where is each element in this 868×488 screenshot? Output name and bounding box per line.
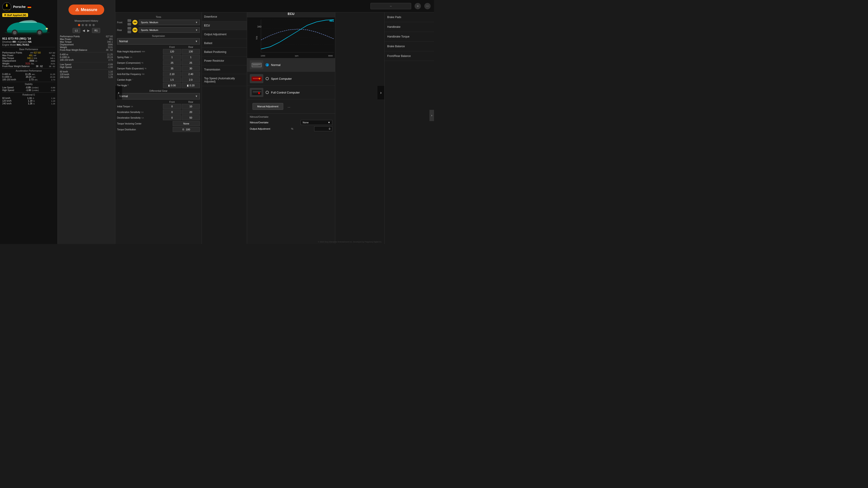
torque-dist-value[interactable]: 0 : 100	[173, 127, 200, 132]
right-settings-menu: Downforce ECU Output Adjustment Ballast …	[202, 0, 247, 244]
diff-accel-rear[interactable]: 20	[182, 109, 200, 115]
left-panel: PORSCHE Porsche ⚖ BoP Applied (M) 911	[0, 0, 58, 244]
history-dot-4[interactable]	[89, 24, 91, 26]
arb-rear-value[interactable]: 2.40	[182, 72, 200, 76]
history-dot-1[interactable]	[78, 24, 80, 26]
rear-tire-select[interactable]: Sports: Medium ▼	[139, 27, 200, 33]
spring-rear-value[interactable]: 1	[182, 55, 200, 60]
settings-content: Tires Front SM Sports: Medium ▼ Rear SM …	[115, 12, 202, 244]
manual-adj-row: Manual Adjustment ...	[247, 99, 335, 113]
ecu-sport-icon	[250, 74, 264, 83]
settings-ballast[interactable]: Ballast	[202, 39, 247, 48]
nitrous-type-select[interactable]: None ▼	[301, 120, 332, 125]
differential-grid: Front Rear Initial Torque Lv. 0 10 Accel…	[117, 101, 200, 120]
history-dot-3[interactable]	[85, 24, 88, 26]
camber-front-value[interactable]: 1.5	[163, 77, 181, 82]
right-nav-arrow[interactable]: ›	[377, 86, 384, 99]
ecu-option-full[interactable]: Full Control Computer	[247, 86, 335, 99]
toe-rear-value[interactable]: ▮| 0.20	[182, 83, 200, 88]
measure-button[interactable]: ⚠ Measure	[68, 4, 104, 15]
compression-rear-value[interactable]: 25	[182, 60, 200, 65]
height-rear-value[interactable]: 130	[182, 49, 200, 54]
torque-dist-row: Torque Distribution 0 : 100	[117, 127, 200, 132]
settings-ballast-pos[interactable]: Ballast Positioning	[202, 48, 247, 57]
rotational-title: Rotational G	[2, 94, 55, 96]
ecu-full-icon	[250, 88, 264, 97]
compression-front-value[interactable]: 25	[163, 60, 181, 65]
svg-rect-23	[253, 79, 258, 79]
diff-init-rear[interactable]: 10	[182, 104, 200, 109]
accel-perf-title: Acceleration Performance	[2, 70, 55, 72]
expansion-front-value[interactable]: 35	[163, 66, 181, 71]
left-nav-arrow[interactable]: ‹	[115, 86, 122, 99]
diff-accel-front[interactable]: 0	[163, 109, 181, 115]
front-tire-select[interactable]: Sports: Medium ▼	[139, 20, 200, 25]
spring-front-value[interactable]: 1	[163, 55, 181, 60]
arb-front-value[interactable]: 2.10	[163, 72, 181, 76]
front-tire-row: Front SM Sports: Medium ▼	[117, 19, 200, 26]
far-right-handbrake[interactable]: Handbrake	[384, 22, 434, 32]
top-bar-input[interactable]	[370, 3, 411, 9]
svg-rect-2	[6, 5, 7, 7]
history-dot-5[interactable]	[92, 24, 95, 26]
far-right-brake-balance[interactable]: Brake Balance	[384, 41, 434, 51]
diff-decel-rear[interactable]: 50	[182, 115, 200, 120]
settings-ecu[interactable]: ECU	[202, 21, 247, 30]
suspension-type-select[interactable]: Normal ▼	[117, 38, 200, 44]
torque-center-value[interactable]: None	[173, 121, 200, 126]
manual-adj-button[interactable]: Manual Adjustment	[252, 103, 283, 110]
edit-settings-panel: ⋯ ≡ Edit Settings Sheet ECU ft-lb 491 34…	[247, 0, 335, 244]
history-dots-container	[58, 24, 115, 26]
differential-type-select[interactable]: Normal ▼	[117, 93, 200, 99]
settings-power-restrictor[interactable]: Power Restrictor	[202, 57, 247, 65]
toe-front-value[interactable]: ▮| 0.00	[163, 83, 181, 88]
car-silhouette-icon	[2, 18, 52, 36]
settings-top-speed[interactable]: Top Speed (Automatically Adjusted)	[202, 74, 247, 86]
rear-tire-badge: SM	[132, 28, 137, 33]
bop-badge: ⚖ BoP Applied (M)	[2, 13, 28, 17]
r1-button[interactable]: R1	[92, 28, 100, 33]
chart-340-value: 340	[257, 25, 261, 28]
ecu-option-normal[interactable]: Normal	[247, 58, 335, 72]
expansion-rear-value[interactable]: 30	[182, 66, 200, 71]
right-scroll-arrow[interactable]: ›	[430, 110, 434, 121]
ecu-sport-label: Sport Computer	[271, 77, 292, 80]
top-bar-menu-button[interactable]: ≡	[414, 3, 421, 9]
radio-sport[interactable]	[266, 77, 269, 80]
balance-row: Front-Rear Weight Balance 38 : 62 38 : 6…	[2, 65, 55, 68]
prev-arrow-button[interactable]: ◀	[83, 29, 85, 32]
height-front-value[interactable]: 120	[163, 49, 181, 54]
camber-rear-value[interactable]: 2.0	[182, 77, 200, 82]
settings-downforce[interactable]: Downforce	[202, 12, 247, 21]
front-tire-badge: SM	[132, 20, 137, 25]
nitrous-section-title: Nitrous/Overtake	[250, 116, 332, 118]
radio-full[interactable]	[266, 91, 269, 94]
top-bar-options-button[interactable]: ⋯	[424, 3, 431, 9]
diff-init-front[interactable]: 0	[163, 104, 181, 109]
warning-icon: ⚠	[75, 7, 79, 12]
toe-label: Toe Angle °	[117, 83, 162, 88]
car-image	[2, 18, 52, 36]
ecu-option-sport[interactable]: Sport Computer	[247, 72, 335, 86]
measure-panel: ⚠ Measure Measurement History L1 ◀ ▶ R1 …	[58, 0, 115, 244]
porsche-logo-icon: PORSCHE	[2, 2, 11, 11]
settings-output[interactable]: Output Adjustment	[202, 30, 247, 39]
svg-point-30	[258, 92, 260, 94]
far-right-brake-pads[interactable]: Brake Pads	[384, 12, 434, 22]
settings-transmission[interactable]: Transmission	[202, 65, 247, 74]
stability-title: Stability	[2, 83, 55, 86]
next-arrow-button[interactable]: ▶	[87, 29, 90, 32]
svg-point-9	[46, 28, 48, 30]
output-value[interactable]: 0	[314, 126, 332, 131]
far-right-front-rear-balance[interactable]: Front/Rear Balance	[384, 51, 434, 61]
history-dot-2[interactable]	[82, 24, 84, 26]
nitrous-type-row: Nitrous/Overtake None ▼	[250, 120, 332, 125]
svg-rect-19	[253, 65, 258, 66]
l1-button[interactable]: L1	[72, 28, 80, 33]
radio-normal[interactable]	[266, 63, 269, 66]
settings-panel: Tires Front SM Sports: Medium ▼ Rear SM …	[115, 0, 202, 244]
diff-decel-front[interactable]: 0	[163, 115, 181, 120]
ecu-chart-svg	[247, 18, 335, 58]
far-right-handbrake-torque[interactable]: Handbrake Torque	[384, 32, 434, 41]
german-flag-icon	[28, 6, 31, 8]
